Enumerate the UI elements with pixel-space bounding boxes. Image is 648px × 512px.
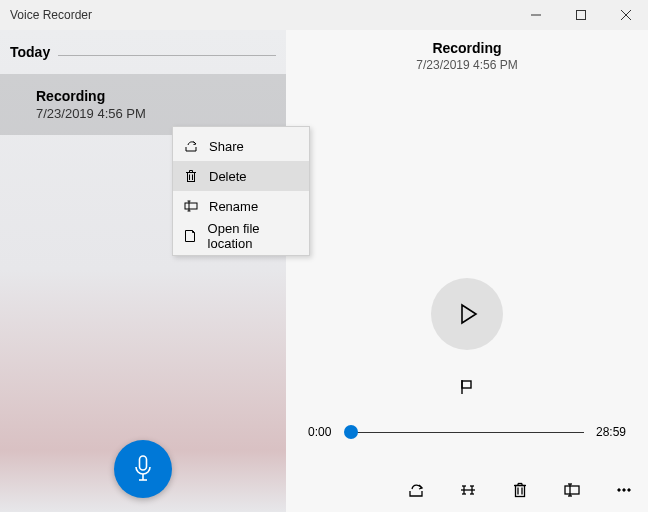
- recording-time: 7/23/2019 4:56 PM: [36, 106, 264, 121]
- more-button[interactable]: [612, 478, 636, 502]
- folder-icon: [183, 228, 198, 244]
- context-menu: Share Delete Rename: [172, 126, 310, 256]
- trim-icon: [459, 481, 477, 499]
- seek-thumb[interactable]: [344, 425, 358, 439]
- position-label: 0:00: [308, 425, 342, 439]
- close-button[interactable]: [603, 0, 648, 30]
- rename-icon: [183, 198, 199, 214]
- player-toolbar: [404, 478, 636, 502]
- app-window: Voice Recorder Today Recording 7/23/2019…: [0, 0, 648, 512]
- section-header: Today: [0, 30, 286, 64]
- rename-button[interactable]: [560, 478, 584, 502]
- rename-icon: [563, 481, 581, 499]
- player-panel: Recording 7/23/2019 4:56 PM 0:00 28:59: [286, 30, 648, 512]
- svg-rect-23: [516, 486, 525, 497]
- content-area: Today Recording 7/23/2019 4:56 PM: [0, 30, 648, 512]
- titlebar: Voice Recorder: [0, 0, 648, 30]
- recording-name: Recording: [36, 88, 264, 104]
- minimize-button[interactable]: [513, 0, 558, 30]
- svg-rect-4: [140, 456, 147, 470]
- player-subtitle: 7/23/2019 4:56 PM: [286, 58, 648, 72]
- window-title: Voice Recorder: [0, 8, 92, 22]
- section-label: Today: [10, 44, 50, 60]
- delete-icon: [511, 481, 529, 499]
- flag-icon: [458, 378, 476, 396]
- duration-label: 28:59: [592, 425, 626, 439]
- delete-icon: [183, 168, 199, 184]
- timeline: 0:00 28:59: [308, 422, 626, 442]
- svg-rect-30: [565, 486, 579, 494]
- player-title: Recording: [286, 40, 648, 56]
- menu-item-label: Rename: [209, 199, 258, 214]
- menu-item-label: Open file location: [208, 221, 299, 251]
- record-button[interactable]: [114, 440, 172, 498]
- share-icon: [183, 138, 199, 154]
- menu-item-share[interactable]: Share: [173, 131, 309, 161]
- recording-list-sidebar: Today Recording 7/23/2019 4:56 PM: [0, 30, 286, 512]
- menu-item-rename[interactable]: Rename: [173, 191, 309, 221]
- svg-rect-1: [576, 11, 585, 20]
- maximize-button[interactable]: [558, 0, 603, 30]
- share-button[interactable]: [404, 478, 428, 502]
- microphone-icon: [131, 455, 155, 483]
- menu-item-open-location[interactable]: Open file location: [173, 221, 309, 251]
- trim-button[interactable]: [456, 478, 480, 502]
- svg-rect-14: [185, 203, 197, 209]
- seek-track[interactable]: [350, 422, 584, 442]
- svg-point-36: [628, 489, 630, 491]
- menu-item-label: Delete: [209, 169, 247, 184]
- more-icon: [615, 481, 633, 499]
- play-icon: [454, 301, 480, 327]
- svg-point-34: [618, 489, 620, 491]
- delete-button[interactable]: [508, 478, 532, 502]
- menu-item-delete[interactable]: Delete: [173, 161, 309, 191]
- play-button[interactable]: [431, 278, 503, 350]
- svg-rect-7: [188, 173, 195, 182]
- flag-button[interactable]: [450, 370, 484, 404]
- share-icon: [407, 481, 425, 499]
- svg-point-35: [623, 489, 625, 491]
- menu-item-label: Share: [209, 139, 244, 154]
- svg-rect-19: [462, 381, 471, 388]
